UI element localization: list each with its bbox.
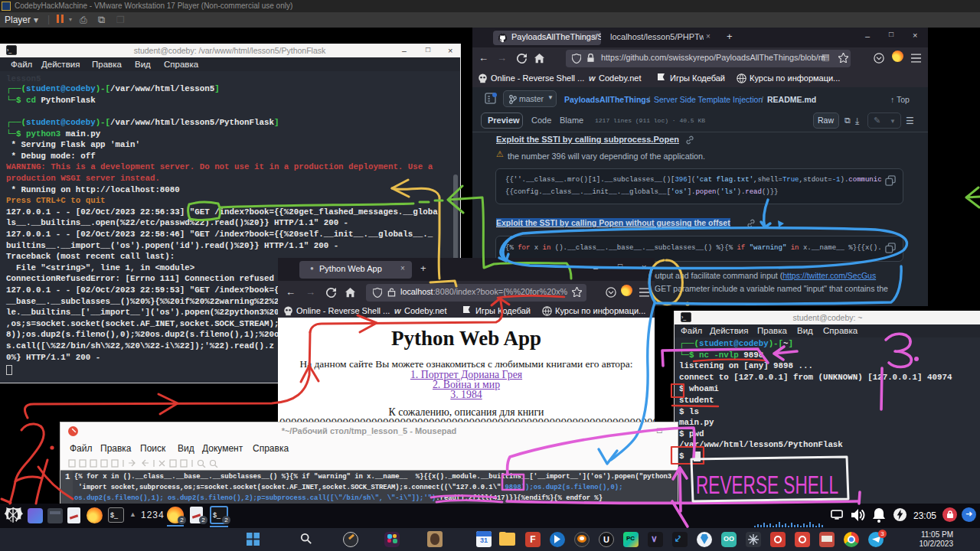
svg-text:REVERSE SHELL: REVERSE SHELL [696,470,838,499]
